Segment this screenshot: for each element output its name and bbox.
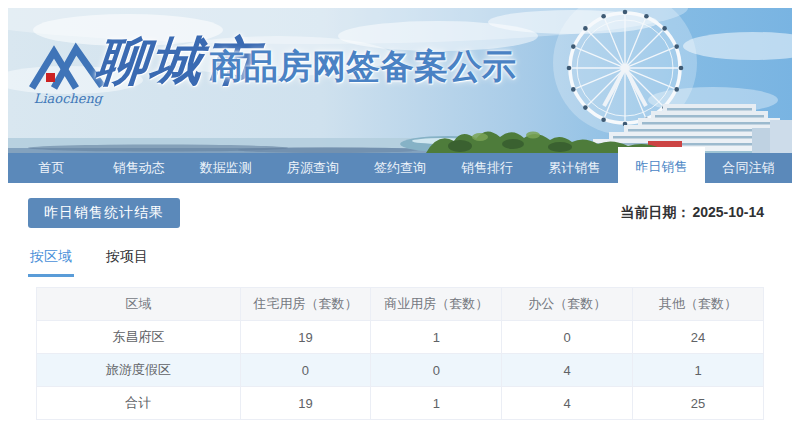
nav-item-home[interactable]: 首页 — [8, 153, 95, 183]
cell-residential: 19 — [240, 387, 371, 420]
view-tabs: 按区域 按项目 — [28, 244, 764, 277]
table-row-resort-district: 旅游度假区 0 0 4 1 — [37, 354, 764, 387]
col-header-other: 其他（套数） — [633, 288, 764, 321]
nav-item-sales-ranking[interactable]: 销售排行 — [444, 153, 531, 183]
main-content: 昨日销售统计结果 当前日期：2025-10-14 按区域 按项目 区域 住宅用房… — [0, 198, 800, 420]
nav-item-cumulative-sales[interactable]: 累计销售 — [531, 153, 618, 183]
logo-wordmark: Liaocheng — [34, 91, 104, 106]
date-value: 2025-10-14 — [692, 204, 764, 220]
table-header-row: 区域 住宅用房（套数） 商业用房（套数） 办公（套数） 其他（套数） — [37, 288, 764, 321]
nav-item-yesterday-sales[interactable]: 昨日销售 — [618, 147, 705, 183]
table-row-total: 合计 19 1 4 25 — [37, 387, 764, 420]
cell-office: 4 — [502, 354, 633, 387]
nav-item-sales-dynamics[interactable]: 销售动态 — [95, 153, 182, 183]
col-header-region: 区域 — [37, 288, 241, 321]
col-header-residential: 住宅用房（套数） — [240, 288, 371, 321]
cell-other: 25 — [633, 387, 764, 420]
col-header-office: 办公（套数） — [502, 288, 633, 321]
page: Liaocheng 聊城市 商品房网签备案公示 首页 销售动态 数据监测 房源查… — [0, 0, 800, 426]
cell-residential: 19 — [240, 321, 371, 354]
cell-office: 4 — [502, 387, 633, 420]
cell-commercial: 0 — [371, 354, 502, 387]
current-date: 当前日期：2025-10-14 — [620, 204, 764, 222]
cell-other: 24 — [633, 321, 764, 354]
site-banner: Liaocheng 聊城市 商品房网签备案公示 — [8, 8, 792, 153]
cell-commercial: 1 — [371, 321, 502, 354]
logo-red-square — [46, 73, 55, 82]
cell-other: 1 — [633, 354, 764, 387]
sales-table: 区域 住宅用房（套数） 商业用房（套数） 办公（套数） 其他（套数） 东昌府区 … — [36, 287, 764, 420]
nav-item-signing-query[interactable]: 签约查询 — [356, 153, 443, 183]
nav-item-data-monitoring[interactable]: 数据监测 — [182, 153, 269, 183]
main-nav: 首页 销售动态 数据监测 房源查询 签约查询 销售排行 累计销售 昨日销售 合同… — [8, 153, 792, 183]
cell-region: 东昌府区 — [37, 321, 241, 354]
table-row-dongchangfu: 东昌府区 19 1 0 24 — [37, 321, 764, 354]
tab-by-project[interactable]: 按项目 — [104, 244, 150, 277]
banner-title: 商品房网签备案公示 — [210, 48, 516, 85]
cell-residential: 0 — [240, 354, 371, 387]
cell-region: 旅游度假区 — [37, 354, 241, 387]
nav-item-listing-query[interactable]: 房源查询 — [269, 153, 356, 183]
section-header: 昨日销售统计结果 当前日期：2025-10-14 — [28, 198, 764, 228]
cell-region: 合计 — [37, 387, 241, 420]
cell-office: 0 — [502, 321, 633, 354]
tab-by-region[interactable]: 按区域 — [28, 244, 74, 277]
section-title-badge: 昨日销售统计结果 — [28, 198, 180, 228]
col-header-commercial: 商业用房（套数） — [371, 288, 502, 321]
nav-item-contract-cancellation[interactable]: 合同注销 — [705, 153, 792, 183]
date-label: 当前日期： — [620, 204, 690, 220]
cell-commercial: 1 — [371, 387, 502, 420]
